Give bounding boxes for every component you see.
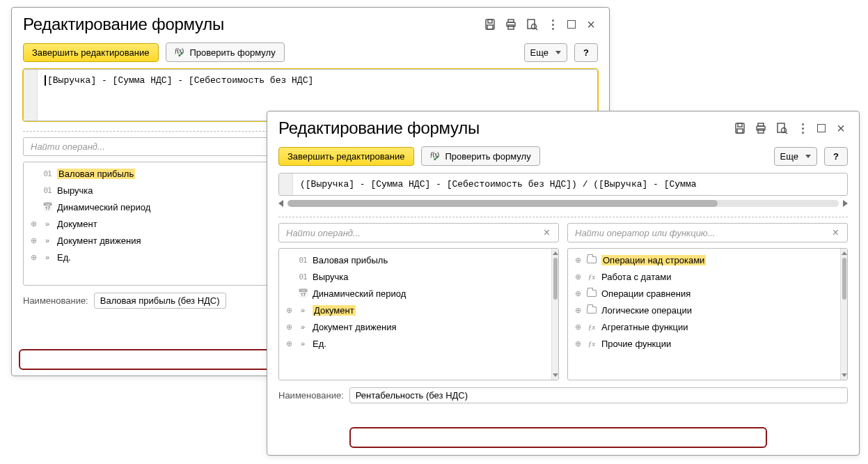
scroll-thumb[interactable] bbox=[842, 258, 846, 300]
name-label: Наименование: bbox=[278, 390, 344, 401]
scroll-down-icon[interactable] bbox=[842, 373, 847, 377]
tree-item[interactable]: »Документ движения bbox=[279, 318, 551, 335]
scroll-thumb[interactable] bbox=[287, 200, 718, 207]
operand-search[interactable]: × bbox=[278, 223, 559, 242]
tree-item[interactable]: 01Валовая прибыль bbox=[279, 252, 551, 268]
scroll-up-icon[interactable] bbox=[842, 252, 847, 255]
expand-icon[interactable] bbox=[574, 323, 582, 332]
formula-gutter bbox=[24, 70, 38, 121]
titlebar: Редактирование формулы × bbox=[267, 111, 859, 144]
tree-item[interactable]: »Документ bbox=[279, 302, 551, 318]
clear-icon[interactable]: × bbox=[541, 226, 553, 239]
number-icon: 01 bbox=[297, 254, 308, 265]
formula-hscroll[interactable] bbox=[278, 200, 848, 207]
tree-item[interactable]: »Ед. bbox=[279, 335, 551, 352]
expand-icon[interactable] bbox=[285, 306, 293, 315]
tree-item-label: Прочие функции bbox=[601, 339, 671, 349]
scroll-down-icon[interactable] bbox=[553, 373, 558, 377]
scroll-track[interactable] bbox=[287, 200, 839, 207]
svg-line-8 bbox=[536, 29, 538, 31]
kebab-menu-icon[interactable] bbox=[796, 122, 809, 134]
svg-rect-5 bbox=[508, 25, 514, 29]
maximize-icon[interactable] bbox=[817, 124, 826, 132]
function-vscroll[interactable] bbox=[840, 249, 847, 380]
tree-item-label: Динамический период bbox=[313, 288, 406, 299]
svg-rect-10 bbox=[738, 123, 742, 127]
svg-line-17 bbox=[786, 132, 788, 134]
tree-item[interactable]: Логические операции bbox=[568, 302, 840, 318]
calendar-icon bbox=[42, 201, 53, 212]
expand-icon[interactable] bbox=[285, 323, 293, 332]
function-search[interactable]: × bbox=[567, 223, 848, 242]
print-icon[interactable] bbox=[505, 18, 517, 31]
preview-icon[interactable] bbox=[526, 18, 538, 31]
chevron-right-icon: » bbox=[42, 235, 53, 246]
tree-item[interactable]: Прочие функции bbox=[568, 335, 840, 352]
formula-input[interactable]: ([Выручка] - [Сумма НДС] - [Себестоимост… bbox=[278, 173, 848, 196]
tree-item-label: Агрегатные функции bbox=[601, 322, 688, 332]
maximize-icon[interactable] bbox=[567, 20, 576, 29]
finish-edit-button[interactable]: Завершить редактирование bbox=[23, 43, 159, 62]
check-formula-label: Проверить формулу bbox=[190, 47, 276, 58]
tree-item-label: Валовая прибыль bbox=[57, 169, 135, 179]
expand-icon[interactable] bbox=[29, 236, 38, 245]
save-icon[interactable] bbox=[734, 122, 746, 134]
panels: 01Валовая прибыль01ВыручкаДинамический п… bbox=[267, 248, 859, 380]
more-button[interactable]: Еще bbox=[524, 43, 567, 62]
expand-icon[interactable] bbox=[574, 339, 582, 348]
expand-icon[interactable] bbox=[29, 253, 38, 262]
print-icon[interactable] bbox=[755, 122, 767, 134]
tree-item-label: Ед. bbox=[313, 339, 326, 349]
help-button[interactable]: ? bbox=[824, 147, 848, 166]
clear-icon[interactable]: × bbox=[830, 226, 842, 239]
save-icon[interactable] bbox=[484, 18, 496, 31]
scroll-up-icon[interactable] bbox=[553, 252, 558, 255]
tree-item-label: Операции над строками bbox=[601, 255, 706, 265]
close-icon[interactable]: × bbox=[584, 17, 598, 31]
operand-vscroll[interactable] bbox=[551, 249, 558, 380]
svg-rect-11 bbox=[737, 129, 743, 133]
scroll-thumb[interactable] bbox=[553, 258, 558, 300]
tree-item[interactable]: 01Выручка bbox=[279, 268, 551, 285]
more-label: Еще bbox=[780, 151, 798, 162]
finish-edit-button[interactable]: Завершить редактирование bbox=[278, 147, 414, 166]
svg-rect-2 bbox=[487, 25, 493, 29]
preview-icon[interactable] bbox=[775, 122, 788, 134]
chevron-down-icon bbox=[805, 155, 811, 158]
scroll-left-icon[interactable] bbox=[278, 200, 283, 207]
function-list: Операции над строкамиРабота с датамиОпер… bbox=[568, 249, 840, 380]
tree-item[interactable]: Работа с датами bbox=[568, 268, 840, 285]
kebab-menu-icon[interactable] bbox=[546, 18, 559, 31]
function-search-input[interactable] bbox=[574, 227, 830, 239]
expand-icon[interactable] bbox=[574, 272, 582, 281]
check-formula-button[interactable]: Проверить формулу bbox=[421, 146, 540, 166]
name-row: Наименование: Рентабельность (без НДС) bbox=[267, 380, 859, 413]
formula-gutter bbox=[279, 173, 293, 195]
titlebar: Редактирование формулы × bbox=[12, 8, 609, 40]
name-input[interactable]: Валовая прибыль (без НДС) bbox=[94, 293, 226, 309]
expand-icon[interactable] bbox=[29, 219, 38, 229]
expand-icon[interactable] bbox=[285, 339, 293, 348]
window-title: Редактирование формулы bbox=[23, 15, 484, 34]
tree-item[interactable]: Агрегатные функции bbox=[568, 318, 840, 335]
callout-ring bbox=[19, 349, 273, 370]
operand-list: 01Валовая прибыль01ВыручкаДинамический п… bbox=[279, 249, 551, 380]
operand-search-input[interactable] bbox=[285, 227, 541, 239]
tree-item-label: Выручка bbox=[57, 185, 93, 196]
expand-icon[interactable] bbox=[574, 256, 582, 265]
more-button[interactable]: Еще bbox=[774, 147, 817, 166]
number-icon: 01 bbox=[42, 168, 53, 179]
name-input[interactable]: Рентабельность (без НДС) bbox=[349, 387, 848, 403]
expand-icon[interactable] bbox=[574, 289, 582, 298]
search-row: × × bbox=[267, 223, 859, 248]
tree-item[interactable]: Операции над строками bbox=[568, 252, 840, 268]
tree-item-label: Документ bbox=[57, 219, 97, 229]
close-icon[interactable]: × bbox=[834, 121, 848, 135]
check-formula-button[interactable]: Проверить формулу bbox=[166, 42, 285, 62]
tree-item[interactable]: Операции сравнения bbox=[568, 285, 840, 302]
expand-icon[interactable] bbox=[574, 306, 582, 315]
tree-item[interactable]: Динамический период bbox=[279, 285, 551, 302]
help-button[interactable]: ? bbox=[574, 43, 598, 62]
callout-ring bbox=[349, 427, 767, 448]
scroll-right-icon[interactable] bbox=[843, 200, 848, 207]
